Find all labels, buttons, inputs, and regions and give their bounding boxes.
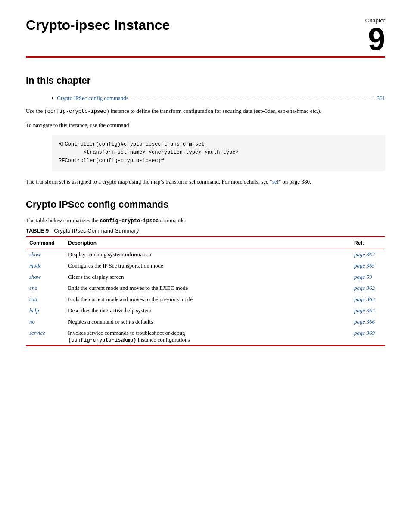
table-row: noNegates a command or set its defaultsp… xyxy=(26,316,385,327)
cmd-cell: help xyxy=(26,305,65,316)
page-link[interactable]: page 366 xyxy=(354,318,375,325)
ref-cell: page 367 xyxy=(351,249,385,261)
table-header-row: Command Description Ref. xyxy=(26,237,385,249)
cmd-cell: exit xyxy=(26,294,65,305)
ref-cell: page 363 xyxy=(351,294,385,305)
desc-cell: Configures the IP Sec transportation mod… xyxy=(65,260,351,271)
cmd-cell: end xyxy=(26,283,65,294)
cmd-link[interactable]: exit xyxy=(29,296,37,302)
page-link[interactable]: page 363 xyxy=(354,296,375,302)
desc-cell: Ends the current mode and moves to the p… xyxy=(65,294,351,305)
chapter-number: 9 xyxy=(365,24,385,55)
table-caption: Crypto IPsec Command Summary xyxy=(54,227,139,234)
cmd-cell: no xyxy=(26,316,65,327)
toc-dots xyxy=(131,100,374,100)
toc-entry-1: • Crypto IPSec config commands 361 xyxy=(52,95,385,102)
page-link[interactable]: page 364 xyxy=(354,307,375,314)
intro-paragraph-2: To navigate to this instance, use the co… xyxy=(26,121,385,130)
table-row: modeConfigures the IP Sec transportation… xyxy=(26,260,385,271)
desc-cell: Invokes service commands to troubleshoot… xyxy=(65,327,351,346)
cmd-link[interactable]: help xyxy=(29,307,39,314)
in-this-chapter-heading: In this chapter xyxy=(26,75,385,86)
page-link[interactable]: page 365 xyxy=(354,262,375,269)
cmd-link[interactable]: service xyxy=(29,330,45,336)
chapter-header: Crypto-ipsec Instance Chapter 9 xyxy=(26,17,385,55)
red-rule xyxy=(26,56,385,58)
table-intro: The table below summarizes the config-cr… xyxy=(26,217,385,224)
cmd-link[interactable]: no xyxy=(29,318,35,325)
page-link[interactable]: page 59 xyxy=(354,274,372,280)
toc-bullet: • xyxy=(52,95,53,102)
command-table: Command Description Ref. showDisplays ru… xyxy=(26,236,385,346)
ref-cell: page 369 xyxy=(351,327,385,346)
table-row: serviceInvokes service commands to troub… xyxy=(26,327,385,346)
desc-cell: Negates a command or set its defaults xyxy=(65,316,351,327)
desc-cell: Clears the display screen xyxy=(65,271,351,283)
cmd-link[interactable]: end xyxy=(29,285,37,291)
toc-link-1[interactable]: Crypto IPSec config commands xyxy=(57,95,128,102)
col-header-command: Command xyxy=(26,237,65,249)
cmd-cell: show xyxy=(26,249,65,261)
cmd-cell: mode xyxy=(26,260,65,271)
page-link[interactable]: page 367 xyxy=(354,251,375,258)
chapter-title: Crypto-ipsec Instance xyxy=(26,17,365,33)
desc-cell: Ends the current mode and moves to the E… xyxy=(65,283,351,294)
crypto-ipsec-heading: Crypto IPSec config commands xyxy=(26,199,385,210)
col-header-ref: Ref. xyxy=(351,237,385,249)
set-link[interactable]: set xyxy=(272,178,278,185)
transform-paragraph: The transform set is assigned to a crypt… xyxy=(26,177,385,187)
page-link[interactable]: page 369 xyxy=(354,330,375,336)
desc-cell: Describes the interactive help system xyxy=(65,305,351,316)
crypto-ipsec-section: Crypto IPSec config commands The table b… xyxy=(26,199,385,346)
page-link[interactable]: page 362 xyxy=(354,285,375,291)
col-header-description: Description xyxy=(65,237,351,249)
code-block: RFController(config)#crypto ipsec transf… xyxy=(52,135,385,171)
in-this-chapter-section: In this chapter • Crypto IPSec config co… xyxy=(26,75,385,186)
cmd-link[interactable]: show xyxy=(29,274,41,280)
table-row: showClears the display screenpage 59 xyxy=(26,271,385,283)
table-row: showDisplays running system informationp… xyxy=(26,249,385,261)
table-row: helpDescribes the interactive help syste… xyxy=(26,305,385,316)
table-label-row: TABLE 9 Crypto IPsec Command Summary xyxy=(26,227,385,234)
table-row: endEnds the current mode and moves to th… xyxy=(26,283,385,294)
desc-cell: Displays running system information xyxy=(65,249,351,261)
table-label: TABLE 9 xyxy=(26,227,49,234)
inline-code-1: (config-crypto-ipsec) xyxy=(44,109,109,115)
cmd-cell: service xyxy=(26,327,65,346)
ref-cell: page 364 xyxy=(351,305,385,316)
ref-cell: page 362 xyxy=(351,283,385,294)
cmd-link[interactable]: show xyxy=(29,251,41,258)
ref-cell: page 59 xyxy=(351,271,385,283)
toc-page-1: 361 xyxy=(377,95,386,102)
cmd-cell: show xyxy=(26,271,65,283)
ref-cell: page 365 xyxy=(351,260,385,271)
cmd-link[interactable]: mode xyxy=(29,262,41,269)
table-row: exitEnds the current mode and moves to t… xyxy=(26,294,385,305)
table-intro-code: config-crypto-ipsec xyxy=(100,218,159,224)
intro-paragraph-1: Use the (config-crypto-ipsec) instance t… xyxy=(26,107,385,116)
ref-cell: page 366 xyxy=(351,316,385,327)
